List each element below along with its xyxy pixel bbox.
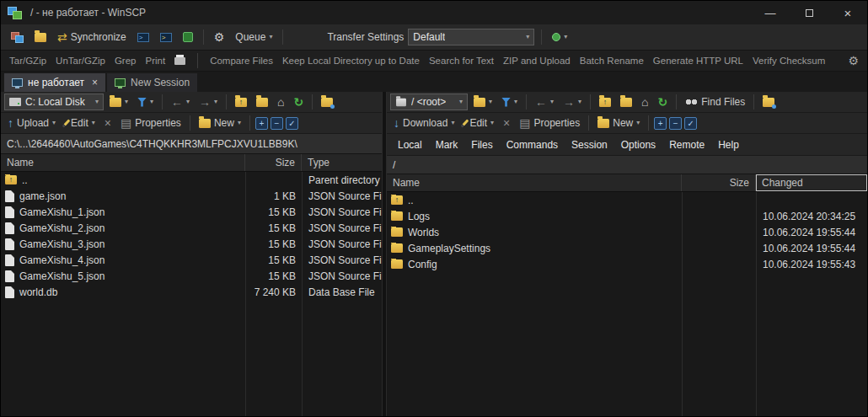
home-directory-button[interactable]: ⌂	[638, 92, 651, 112]
session-color-button[interactable]: ▾	[549, 27, 571, 47]
invert-selection-button[interactable]: ✓	[684, 117, 697, 130]
command-compare-files[interactable]: Compare Files	[210, 56, 273, 66]
separator	[676, 94, 677, 110]
menu-session[interactable]: Session	[565, 136, 613, 153]
table-row[interactable]: Worlds 10.06.2024 19:55:44	[387, 224, 867, 240]
folder-icon	[391, 211, 403, 221]
table-row[interactable]: GameXishu_4.json 15 KB JSON Source File	[1, 252, 382, 268]
table-row[interactable]: GameplaySettings 10.06.2024 19:55:44	[387, 240, 867, 256]
forward-button[interactable]: →▾	[560, 92, 585, 112]
close-button[interactable]: ×	[828, 1, 867, 24]
column-header-changed[interactable]: Changed	[756, 174, 867, 191]
properties-button[interactable]: ▤Properties	[117, 113, 185, 133]
maximize-button[interactable]	[790, 1, 828, 24]
table-row[interactable]: ..	[387, 192, 867, 208]
command-generate-http-url[interactable]: Generate HTTP URL	[653, 56, 743, 66]
tab-new-session[interactable]: New Session	[107, 73, 197, 92]
edit-label: Edit	[71, 117, 88, 129]
command-keep-local-directory-up-to-date[interactable]: Keep Local Directory up to Date	[282, 56, 420, 66]
menu-remote[interactable]: Remote	[663, 136, 710, 153]
parent-directory-button[interactable]	[232, 92, 250, 112]
open-session-button[interactable]	[31, 27, 50, 47]
drive-selector[interactable]: C: Local Disk ▾	[4, 94, 104, 110]
command-grep[interactable]: Grep	[115, 56, 137, 66]
transfer-settings-select[interactable]: Default ▾	[408, 29, 534, 45]
command-print[interactable]: Print	[145, 56, 165, 66]
menu-files[interactable]: Files	[465, 136, 498, 153]
column-header-name[interactable]: Name	[387, 174, 682, 191]
table-row[interactable]: GameXishu_3.json 15 KB JSON Source File	[1, 236, 382, 252]
select-files-button[interactable]: +	[654, 117, 667, 130]
new-button[interactable]: New▾	[594, 113, 643, 133]
refresh-button[interactable]: ↻	[291, 92, 308, 112]
command-zip-and-upload[interactable]: ZIP and Upload	[503, 56, 571, 66]
remote-path-bar[interactable]: /	[387, 156, 867, 174]
menu-commands[interactable]: Commands	[501, 136, 564, 153]
back-button[interactable]: ←▾	[168, 92, 193, 112]
close-tab-icon[interactable]: ×	[92, 78, 98, 88]
menu-help[interactable]: Help	[712, 136, 745, 153]
minimize-button[interactable]: —	[751, 1, 790, 24]
bookmarks-button[interactable]	[318, 92, 336, 112]
column-header-size[interactable]: Size	[245, 154, 302, 171]
invert-selection-button[interactable]: ✓	[286, 117, 298, 130]
session-manager-button[interactable]	[8, 27, 27, 47]
menu-local[interactable]: Local	[392, 136, 428, 153]
tab-session[interactable]: не работает ×	[4, 73, 105, 92]
filter-button[interactable]: ▾	[498, 92, 521, 112]
session-tab-bar: не работает × New Session	[1, 72, 867, 92]
column-header-name[interactable]: Name	[1, 154, 245, 171]
parent-directory-button[interactable]	[596, 92, 614, 112]
open-directory-button[interactable]: ▾	[106, 92, 131, 112]
unselect-files-button[interactable]: −	[271, 117, 283, 130]
synchronize-button[interactable]: ⇄ Synchronize	[54, 27, 130, 47]
table-row[interactable]: .. Parent directory	[1, 172, 382, 188]
download-button[interactable]: ↓Download▾	[390, 113, 458, 133]
forward-button[interactable]: →▾	[196, 92, 221, 112]
putty-button[interactable]	[157, 27, 175, 47]
run-button[interactable]	[179, 27, 196, 47]
back-button[interactable]: ←▾	[532, 92, 557, 112]
command-batch-rename[interactable]: Batch Rename	[580, 56, 644, 66]
refresh-button[interactable]: ↻	[655, 92, 672, 112]
command-untar-gzip[interactable]: UnTar/GZip	[56, 56, 105, 66]
customize-commands-gear-icon[interactable]: ⚙	[848, 54, 859, 67]
command-tar-gzip[interactable]: Tar/GZip	[9, 56, 46, 66]
table-row[interactable]: GameXishu_2.json 15 KB JSON Source File	[1, 220, 382, 236]
filter-button[interactable]: ▾	[134, 92, 157, 112]
table-row[interactable]: GameXishu_1.json 15 KB JSON Source File	[1, 204, 382, 220]
local-path-bar[interactable]: C:\...\2646460\AutoGames\C4THQKKHR3MLFPC…	[1, 134, 382, 154]
table-row[interactable]: Logs 10.06.2024 20:34:25	[387, 208, 867, 224]
command-search-for-text[interactable]: Search for Text	[429, 56, 494, 66]
column-header-size[interactable]: Size	[682, 174, 756, 191]
table-row[interactable]: Config 10.06.2024 19:55:43	[387, 256, 867, 272]
delete-button[interactable]: ×	[101, 113, 115, 133]
select-files-button[interactable]: +	[255, 117, 268, 130]
file-icon	[5, 206, 14, 218]
new-button[interactable]: New▾	[196, 113, 244, 133]
remote-directory-selector[interactable]: / <root> ▾	[390, 94, 468, 110]
home-directory-button[interactable]: ⌂	[274, 92, 287, 112]
queue-button[interactable]: Queue ▾	[232, 27, 276, 47]
properties-button[interactable]: ▤Properties	[516, 113, 583, 133]
unselect-files-button[interactable]: −	[669, 117, 682, 130]
menu-options[interactable]: Options	[615, 136, 662, 153]
root-directory-button[interactable]	[617, 92, 635, 112]
table-row[interactable]: world.db 7 240 KB Data Base File	[1, 284, 382, 300]
column-header-type[interactable]: Type	[302, 154, 382, 171]
edit-button[interactable]: Edit▾	[460, 113, 497, 133]
root-directory-button[interactable]	[253, 92, 271, 112]
menu-mark[interactable]: Mark	[430, 136, 464, 153]
delete-button[interactable]: ×	[500, 113, 513, 133]
find-files-button[interactable]: Find Files	[682, 92, 748, 112]
console-button[interactable]	[134, 27, 153, 47]
preferences-button[interactable]: ⚙	[211, 27, 228, 47]
table-row[interactable]: game.json 1 KB JSON Source File	[1, 188, 382, 204]
upload-button[interactable]: ↑Upload▾	[4, 113, 59, 133]
table-row[interactable]: GameXishu_5.json 15 KB JSON Source File	[1, 268, 382, 284]
parent-directory-icon	[599, 98, 611, 107]
open-directory-button[interactable]: ▾	[470, 92, 496, 112]
bookmarks-button[interactable]	[759, 92, 778, 112]
edit-button[interactable]: Edit▾	[62, 113, 99, 133]
command-verify-checksum[interactable]: Verify Checksum	[753, 56, 825, 66]
